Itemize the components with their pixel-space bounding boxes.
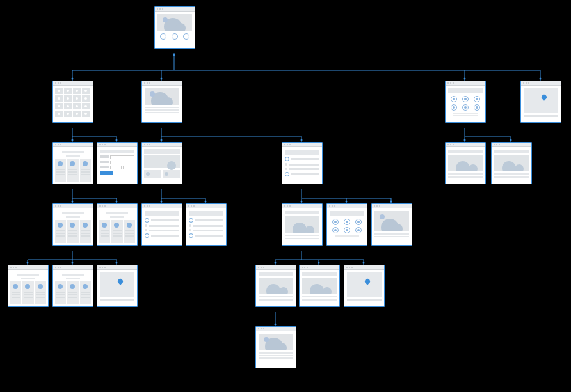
node-bus-ferry-passenger-rate[interactable]: Bus/ Ferry Passenger Rate [52,203,93,246]
node-booking-and-rates[interactable]: Booking and Rates [52,81,93,123]
svg-point-17 [390,201,392,203]
node-fare-information[interactable]: Fare Information [52,265,93,307]
node-main-menu[interactable]: Main Menu [154,6,195,49]
node-route-information[interactable]: Route Information [282,203,323,246]
node-ferry-schedule[interactable]: Ferry Schedule [186,203,227,246]
node-travel-information[interactable]: Travel Information [282,142,323,184]
node-maps[interactable]: Maps [344,265,385,307]
svg-point-23 [363,262,365,264]
svg-point-15 [301,201,303,203]
node-booking[interactable]: Booking [97,142,138,184]
node-where-to-pay-tickets[interactable]: Where to Pay Tickets [8,265,49,307]
svg-point-8 [301,139,303,141]
svg-point-10 [510,139,512,141]
svg-point-4 [540,78,542,80]
svg-point-12 [116,201,118,203]
node-thru-fare[interactable]: Thru Fare [97,265,138,307]
node-on-the-ferry[interactable]: On the Ferry [371,203,412,246]
node-free-parking-info[interactable]: Free Parking Info [299,265,340,307]
node-rider-guide[interactable]: Rider Guide [255,265,296,307]
sitemap-diagram: Main Menu Booking and Rates Routes/Sched… [0,0,571,392]
svg-point-2 [161,78,163,80]
svg-point-3 [464,78,466,80]
svg-point-6 [116,139,118,141]
node-contact-us[interactable]: Contact us [520,81,561,123]
node-hotels[interactable]: Hotels [445,142,486,184]
node-rider-info[interactable]: Rider Info [255,326,296,368]
node-terminal-information[interactable]: Terminal Information [326,203,367,246]
svg-point-20 [116,262,118,264]
node-schedules[interactable]: Schedules [141,142,182,184]
svg-point-9 [464,139,466,141]
node-vehicle-rates[interactable]: Vehicle Rates [97,203,138,246]
node-promotions[interactable]: Promotions [445,81,486,123]
svg-point-18 [27,262,29,264]
svg-point-16 [346,201,348,203]
svg-point-5 [72,139,74,141]
svg-point-21 [275,262,277,264]
svg-point-22 [318,262,320,264]
node-discounts[interactable]: Discounts [491,142,532,184]
svg-point-19 [72,262,74,264]
svg-point-24 [275,324,277,325]
svg-point-13 [161,201,163,203]
svg-point-0 [173,54,175,56]
node-routes-schedules[interactable]: Routes/Schedules [141,81,182,123]
svg-point-11 [72,201,74,203]
svg-point-7 [161,139,163,141]
node-bus-schedule[interactable]: Bus Schedule [141,203,182,246]
node-rate-information[interactable]: Rate Information [52,142,93,184]
svg-point-1 [72,78,74,80]
svg-point-14 [205,201,207,203]
